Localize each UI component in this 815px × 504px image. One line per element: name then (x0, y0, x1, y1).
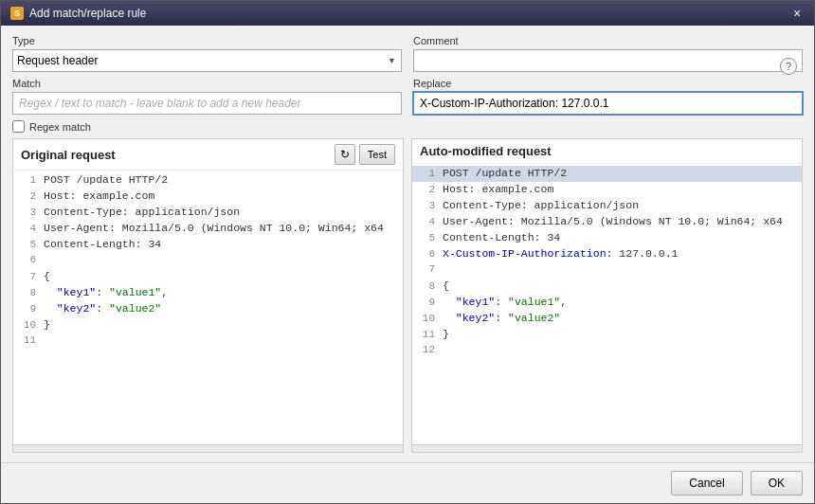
close-button[interactable]: × (789, 6, 805, 21)
refresh-button[interactable]: ↻ (335, 144, 355, 165)
line-content: Content-Type: application/json (443, 199, 639, 211)
comment-group: Comment (413, 35, 803, 72)
line-number: 9 (19, 303, 36, 315)
table-row: 6X-Custom-IP-Authorization: 127.0.0.1 (412, 246, 802, 262)
original-panel: Original request ↻ Test 1POST /update HT… (12, 138, 404, 453)
dialog-body: ? Type Request header Response header Re… (1, 26, 814, 462)
line-number: 7 (19, 271, 36, 282)
table-row: 10} (13, 317, 403, 333)
table-row: 11 (13, 333, 403, 350)
line-number: 7 (418, 263, 435, 275)
line-content: Content-Length: 34 (44, 238, 161, 250)
table-row: 2Host: example.com (412, 182, 802, 198)
regex-checkbox[interactable] (12, 120, 25, 133)
auto-panel: Auto-modified request 1POST /update HTTP… (411, 138, 803, 453)
match-input[interactable] (12, 92, 402, 115)
comment-input[interactable] (413, 49, 803, 72)
line-content: X-Custom-IP-Authorization: 127.0.0.1 (443, 247, 678, 260)
line-content: Content-Type: application/json (44, 206, 240, 218)
table-row: 10 "key2": "value2" (412, 311, 802, 327)
line-content: "key2": "value2" (44, 302, 161, 315)
table-row: 2Host: example.com (13, 189, 403, 205)
line-content: Host: example.com (44, 189, 154, 202)
footer: Cancel OK (1, 462, 814, 503)
line-content: { (44, 270, 50, 282)
table-row: 8 "key1": "value1", (13, 285, 403, 301)
comment-label: Comment (413, 35, 803, 46)
cancel-button[interactable]: Cancel (671, 471, 742, 495)
ok-button[interactable]: OK (751, 471, 803, 495)
table-row: 12 (412, 343, 802, 359)
line-content: } (44, 318, 50, 331)
line-number: 2 (418, 184, 435, 195)
orig-scrollbar (13, 444, 403, 452)
line-number: 12 (418, 344, 435, 355)
line-number: 8 (19, 287, 36, 298)
original-panel-title: Original request (21, 148, 116, 162)
line-number: 3 (19, 207, 36, 218)
table-row: 3Content-Type: application/json (13, 205, 403, 221)
line-number: 6 (418, 248, 435, 260)
type-select-wrapper: Request header Response header Request b… (12, 49, 402, 72)
original-panel-header: Original request ↻ Test (13, 139, 403, 171)
line-number: 4 (418, 216, 435, 227)
original-panel-content: 1POST /update HTTP/22Host: example.com3C… (13, 171, 403, 444)
line-content: POST /update HTTP/2 (44, 173, 168, 186)
table-row: 9 "key1": "value1", (412, 295, 802, 311)
type-group: Type Request header Response header Requ… (12, 35, 402, 72)
panels-row: Original request ↻ Test 1POST /update HT… (12, 138, 803, 453)
app-icon: S (10, 7, 24, 20)
line-number: 1 (418, 168, 435, 179)
line-content: "key1": "value1", (443, 296, 567, 308)
line-number: 5 (19, 239, 36, 250)
test-button[interactable]: Test (359, 144, 395, 165)
table-row: 4User-Agent: Mozilla/5.0 (Windows NT 10.… (412, 214, 802, 230)
replace-group: Replace (413, 78, 803, 115)
title-bar-left: S Add match/replace rule (10, 7, 146, 20)
auto-scrollbar (412, 444, 802, 452)
help-icon[interactable]: ? (780, 58, 797, 75)
line-content: } (443, 328, 449, 340)
regex-label: Regex match (29, 121, 91, 133)
auto-panel-content: 1POST /update HTTP/22Host: example.com3C… (412, 164, 802, 444)
line-content: User-Agent: Mozilla/5.0 (Windows NT 10.0… (443, 215, 783, 227)
regex-row: Regex match (12, 120, 803, 133)
table-row: 9 "key2": "value2" (13, 301, 403, 317)
dialog: S Add match/replace rule × ? Type Reques… (0, 0, 815, 504)
line-number: 10 (418, 313, 435, 324)
line-content: "key1": "value1", (44, 286, 168, 298)
table-row: 5Content-Length: 34 (13, 237, 403, 253)
dialog-title: Add match/replace rule (29, 7, 146, 20)
title-bar: S Add match/replace rule × (1, 1, 814, 26)
table-row: 6 (13, 253, 403, 269)
line-number: 1 (19, 174, 36, 186)
line-number: 9 (418, 297, 435, 308)
line-number: 3 (418, 200, 435, 211)
match-label: Match (12, 78, 402, 89)
auto-panel-title: Auto-modified request (420, 144, 552, 158)
table-row: 11} (412, 327, 802, 343)
type-select[interactable]: Request header Response header Request b… (12, 49, 402, 72)
table-row: 7{ (13, 269, 403, 285)
line-content: POST /update HTTP/2 (443, 167, 567, 179)
table-row: 4User-Agent: Mozilla/5.0 (Windows NT 10.… (13, 221, 403, 237)
match-group: Match (12, 78, 402, 115)
line-content: Content-Length: 34 (443, 231, 560, 243)
original-panel-controls: ↻ Test (335, 144, 395, 165)
match-replace-row: Match Replace (12, 78, 803, 115)
type-comment-row: Type Request header Response header Requ… (12, 35, 803, 72)
replace-input[interactable] (413, 92, 803, 115)
table-row: 7 (412, 262, 802, 279)
auto-panel-header: Auto-modified request (412, 139, 802, 164)
line-number: 11 (19, 334, 36, 346)
line-number: 10 (19, 319, 36, 331)
type-label: Type (12, 35, 402, 46)
line-content: User-Agent: Mozilla/5.0 (Windows NT 10.0… (44, 222, 384, 234)
line-number: 5 (418, 232, 435, 243)
table-row: 1POST /update HTTP/2 (412, 166, 802, 182)
line-number: 2 (19, 190, 36, 202)
replace-label: Replace (413, 78, 803, 89)
line-number: 11 (418, 329, 435, 340)
line-content: Host: example.com (443, 183, 553, 195)
table-row: 8{ (412, 279, 802, 295)
